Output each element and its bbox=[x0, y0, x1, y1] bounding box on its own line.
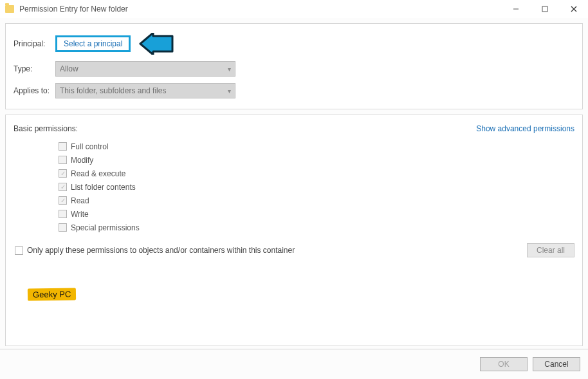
svg-rect-1 bbox=[542, 6, 547, 12]
titlebar: Permission Entry for New folder bbox=[0, 0, 588, 18]
chevron-down-icon: ▾ bbox=[228, 66, 231, 73]
show-advanced-permissions-link[interactable]: Show advanced permissions bbox=[476, 124, 574, 133]
applies-to-select-value: This folder, subfolders and files bbox=[60, 86, 166, 95]
annotation-arrow-icon bbox=[137, 33, 176, 55]
permission-checkbox[interactable] bbox=[59, 210, 67, 218]
permission-item: ✓Read bbox=[59, 194, 574, 207]
type-select-value: Allow bbox=[60, 64, 78, 73]
permission-checkbox[interactable]: ✓ bbox=[59, 169, 67, 178]
principal-panel: Principal: Select a principal Type: Allo… bbox=[5, 23, 583, 109]
type-select[interactable]: Allow ▾ bbox=[55, 61, 235, 77]
permission-item: Write bbox=[59, 207, 574, 221]
permissions-panel: Basic permissions: Show advanced permiss… bbox=[5, 115, 583, 346]
clear-all-button[interactable]: Clear all bbox=[527, 243, 574, 257]
permission-label: Read bbox=[71, 196, 89, 205]
permission-label: Full control bbox=[71, 142, 109, 151]
permission-checkbox[interactable]: ✓ bbox=[59, 183, 67, 191]
window-controls bbox=[501, 0, 588, 18]
only-apply-label: Only apply these permissions to objects … bbox=[27, 246, 295, 255]
footer-separator bbox=[0, 349, 588, 349]
permission-checkbox[interactable] bbox=[59, 223, 67, 232]
basic-permissions-label: Basic permissions: bbox=[14, 124, 78, 133]
permission-checkbox[interactable]: ✓ bbox=[59, 196, 67, 205]
permission-checkbox[interactable] bbox=[59, 156, 67, 164]
watermark: Geeky PC bbox=[28, 288, 77, 300]
permissions-list: Full controlModify✓Read & execute✓List f… bbox=[59, 140, 574, 234]
select-principal-link[interactable]: Select a principal bbox=[55, 35, 131, 52]
applies-to-select[interactable]: This folder, subfolders and files ▾ bbox=[55, 83, 235, 98]
permission-item: Modify bbox=[59, 153, 574, 167]
type-label: Type: bbox=[14, 64, 55, 73]
cancel-button[interactable]: Cancel bbox=[533, 357, 580, 371]
ok-button[interactable]: OK bbox=[480, 357, 528, 371]
permission-label: Write bbox=[71, 210, 89, 219]
permission-label: Read & execute bbox=[71, 169, 125, 178]
permission-item: Special permissions bbox=[59, 221, 574, 234]
permission-label: Special permissions bbox=[71, 223, 140, 232]
permission-item: ✓Read & execute bbox=[59, 167, 574, 180]
chevron-down-icon: ▾ bbox=[228, 88, 231, 95]
permission-item: ✓List folder contents bbox=[59, 180, 574, 194]
window-title: Permission Entry for New folder bbox=[19, 5, 128, 14]
dialog-footer: OK Cancel bbox=[480, 357, 580, 371]
applies-to-label: Applies to: bbox=[14, 86, 55, 95]
permission-item: Full control bbox=[59, 140, 574, 153]
permission-checkbox[interactable] bbox=[59, 142, 67, 151]
folder-icon bbox=[5, 5, 14, 13]
permission-label: List folder contents bbox=[71, 183, 136, 192]
maximize-button[interactable] bbox=[530, 0, 559, 18]
only-apply-checkbox[interactable] bbox=[15, 246, 23, 255]
minimize-button[interactable] bbox=[501, 0, 530, 18]
principal-label: Principal: bbox=[14, 39, 55, 48]
permission-label: Modify bbox=[71, 156, 93, 165]
close-button[interactable] bbox=[559, 0, 588, 18]
